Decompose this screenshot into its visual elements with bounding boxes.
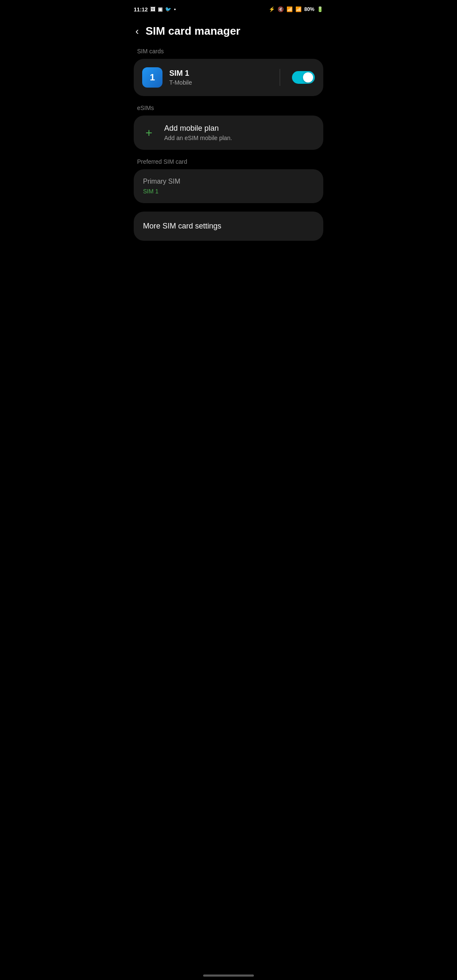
sim1-card[interactable]: 1 SIM 1 T-Mobile: [134, 59, 323, 96]
back-button[interactable]: ‹: [135, 26, 139, 36]
photo-icon: 🖼: [150, 6, 155, 12]
more-settings-row[interactable]: More SIM card settings: [134, 212, 323, 241]
primary-sim-value: SIM 1: [143, 188, 314, 195]
primary-sim-title: Primary SIM: [143, 178, 314, 185]
more-settings-text: More SIM card settings: [143, 222, 314, 231]
sim-cards-section-label: SIM cards: [134, 48, 323, 59]
page-header: ‹ SIM card manager: [127, 17, 330, 48]
battery-icon: 🔋: [317, 6, 323, 12]
primary-sim-card[interactable]: Primary SIM SIM 1: [134, 169, 323, 203]
status-bar: 11:12 🖼 ▣ 🐦 • ⚡ 🔇 📶 📶 80% 🔋: [127, 0, 330, 17]
nav-bar: [127, 963, 330, 980]
main-content: SIM cards 1 SIM 1 T-Mobile eSIMs + Add m…: [127, 48, 330, 241]
bluetooth-icon: ⚡: [269, 6, 275, 12]
sim1-name: SIM 1: [169, 69, 268, 78]
twitter-icon: 🐦: [165, 6, 171, 12]
more-settings-section: More SIM card settings: [134, 212, 323, 241]
nav-indicator: [203, 974, 254, 977]
add-plan-title: Add mobile plan: [164, 124, 315, 133]
sim1-info: SIM 1 T-Mobile: [169, 69, 268, 86]
status-left: 11:12 🖼 ▣ 🐦 •: [134, 6, 176, 13]
add-plan-row[interactable]: + Add mobile plan Add an eSIM mobile pla…: [134, 116, 323, 150]
preferred-sim-section-label: Preferred SIM card: [134, 158, 323, 169]
battery-percent: 80%: [304, 6, 314, 12]
sim1-carrier: T-Mobile: [169, 79, 268, 86]
mute-icon: 🔇: [278, 6, 284, 12]
wifi-icon: 📶: [286, 6, 293, 12]
primary-sim-row[interactable]: Primary SIM SIM 1: [134, 169, 323, 203]
more-settings-card[interactable]: More SIM card settings: [134, 212, 323, 241]
add-plan-subtitle: Add an eSIM mobile plan.: [164, 135, 315, 141]
sim1-divider: [280, 69, 280, 86]
signal-icon: 📶: [295, 6, 302, 12]
nfc-icon: ▣: [158, 6, 162, 12]
dot-icon: •: [174, 6, 176, 12]
sim1-badge: 1: [142, 67, 162, 88]
add-plan-info: Add mobile plan Add an eSIM mobile plan.: [164, 124, 315, 141]
esims-section-label: eSIMs: [134, 105, 323, 116]
sim1-toggle-slider: [292, 71, 315, 84]
status-right: ⚡ 🔇 📶 📶 80% 🔋: [269, 6, 323, 12]
add-plan-card[interactable]: + Add mobile plan Add an eSIM mobile pla…: [134, 116, 323, 150]
esims-section: eSIMs + Add mobile plan Add an eSIM mobi…: [134, 105, 323, 150]
time-display: 11:12: [134, 6, 148, 13]
sim1-row[interactable]: 1 SIM 1 T-Mobile: [134, 59, 323, 96]
page-title: SIM card manager: [146, 25, 240, 38]
plus-icon: +: [142, 127, 156, 139]
preferred-sim-section: Preferred SIM card Primary SIM SIM 1: [134, 158, 323, 203]
sim1-toggle[interactable]: [292, 71, 315, 84]
